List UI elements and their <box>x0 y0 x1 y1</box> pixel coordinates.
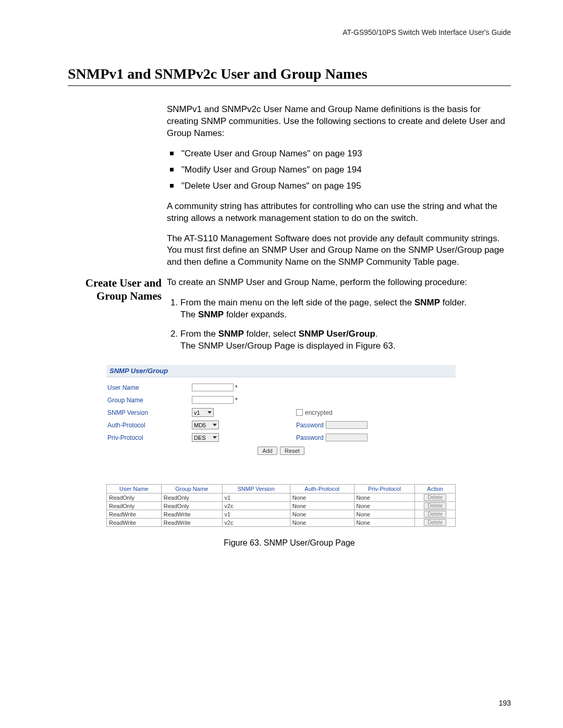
procedure-step: From the main menu on the left side of t… <box>180 297 511 321</box>
delete-button[interactable]: Delete <box>424 519 446 526</box>
required-mark: * <box>235 384 238 391</box>
figure-caption: Figure 63. SNMP User/Group Page <box>68 538 511 548</box>
page-number: 193 <box>499 699 511 707</box>
table-cell: ReadOnly <box>161 493 222 502</box>
group-name-input[interactable] <box>192 396 234 404</box>
table-cell: ReadOnly <box>161 502 222 510</box>
encrypted-checkbox[interactable] <box>296 409 303 416</box>
table-cell: None <box>354 493 415 502</box>
action-cell: Delete <box>415 510 456 519</box>
priv-password-label: Password <box>296 434 324 441</box>
auth-protocol-label: Auth-Protocol <box>107 422 192 429</box>
auth-password-input[interactable] <box>326 421 368 429</box>
table-cell: None <box>354 519 415 527</box>
table-cell: ReadWrite <box>107 519 162 527</box>
priv-protocol-label: Priv-Protocol <box>107 434 192 441</box>
subsection-intro: To create an SNMP User and Group Name, p… <box>167 277 511 289</box>
table-cell: None <box>290 510 354 519</box>
col-group-name: Group Name <box>161 485 222 493</box>
user-name-label: User Name <box>107 384 192 391</box>
body-paragraph: The AT-S110 Management Software does not… <box>167 233 511 269</box>
col-user-name: User Name <box>107 485 162 493</box>
table-row: ReadOnlyReadOnlyv2cNoneNoneDelete <box>107 502 456 510</box>
panel-title: SNMP User/Group <box>106 365 456 377</box>
table-row: ReadWriteReadWritev2cNoneNoneDelete <box>107 519 456 527</box>
form-area: User Name * Group Name * SNMP Version v1 <box>106 377 456 458</box>
reset-button[interactable]: Reset <box>280 447 304 455</box>
topic-item: "Create User and Group Names" on page 19… <box>181 148 511 160</box>
running-header: AT-GS950/10PS Switch Web Interface User'… <box>68 28 511 36</box>
table-cell: v2c <box>222 519 290 527</box>
create-block: Create User and Group Names To create an… <box>68 277 511 361</box>
section-title: SNMPv1 and SNMPv2c User and Group Names <box>68 66 511 86</box>
intro-block: SNMPv1 and SNMPv2c User Name and Group N… <box>68 104 511 277</box>
procedure-step: From the SNMP folder, select SNMP User/G… <box>180 328 511 352</box>
delete-button[interactable]: Delete <box>424 494 446 501</box>
priv-password-input[interactable] <box>326 434 368 441</box>
table-cell: v2c <box>222 502 290 510</box>
snmp-version-select[interactable]: v1 <box>192 408 214 417</box>
required-mark: * <box>235 397 238 404</box>
table-cell: None <box>290 519 354 527</box>
table-cell: None <box>354 502 415 510</box>
col-snmp-version: SNMP Version <box>222 485 290 493</box>
table-cell: ReadWrite <box>107 510 162 519</box>
table-cell: ReadWrite <box>161 519 222 527</box>
subsection-heading: Create User and Group Names <box>68 277 162 303</box>
intro-paragraph: SNMPv1 and SNMPv2c User Name and Group N… <box>167 104 511 140</box>
action-cell: Delete <box>415 493 456 502</box>
group-name-label: Group Name <box>107 397 192 404</box>
snmp-user-group-panel: SNMP User/Group User Name * Group Name *… <box>106 365 456 458</box>
table-cell: ReadOnly <box>107 502 162 510</box>
table-cell: ReadOnly <box>107 493 162 502</box>
table-cell: v1 <box>222 493 290 502</box>
topic-item: "Delete User and Group Names" on page 19… <box>181 180 511 192</box>
topic-item: "Modify User and Group Names" on page 19… <box>181 164 511 176</box>
delete-button[interactable]: Delete <box>424 511 446 517</box>
encrypted-label: encrypted <box>305 409 333 416</box>
add-button[interactable]: Add <box>258 447 277 455</box>
user-group-table: User Name Group Name SNMP Version Auth-P… <box>106 484 456 527</box>
table-row: ReadOnlyReadOnlyv1NoneNoneDelete <box>107 493 456 502</box>
snmp-version-label: SNMP Version <box>107 409 192 416</box>
table-cell: None <box>354 510 415 519</box>
col-auth-protocol: Auth-Protocol <box>290 485 354 493</box>
col-priv-protocol: Priv-Protocol <box>354 485 415 493</box>
table-cell: None <box>290 502 354 510</box>
col-action: Action <box>415 485 456 493</box>
topic-list: "Create User and Group Names" on page 19… <box>167 148 511 192</box>
body-paragraph: A community string has attributes for co… <box>167 201 511 225</box>
table-cell: ReadWrite <box>161 510 222 519</box>
auth-protocol-select[interactable]: MD5 <box>192 421 219 429</box>
priv-protocol-select[interactable]: DES <box>192 433 219 442</box>
action-cell: Delete <box>415 519 456 527</box>
action-cell: Delete <box>415 502 456 510</box>
table-row: ReadWriteReadWritev1NoneNoneDelete <box>107 510 456 519</box>
auth-password-label: Password <box>296 422 324 429</box>
document-page: AT-GS950/10PS Switch Web Interface User'… <box>0 0 563 728</box>
table-cell: None <box>290 493 354 502</box>
table-cell: v1 <box>222 510 290 519</box>
procedure-list: From the main menu on the left side of t… <box>167 297 511 352</box>
user-name-input[interactable] <box>192 384 234 391</box>
delete-button[interactable]: Delete <box>424 502 446 509</box>
